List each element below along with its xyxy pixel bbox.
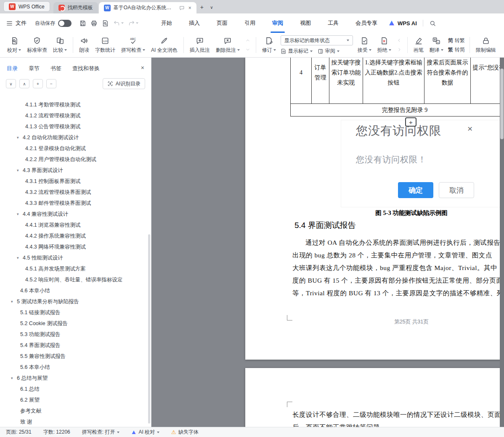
outline-item[interactable]: ▾ 4.5.2 响应时间、吞吐量、错误率指标设定: [0, 274, 147, 285]
collapse-triangle-icon[interactable]: ▾: [11, 299, 13, 304]
previous-comment-button[interactable]: [244, 37, 252, 44]
sidebar-tab[interactable]: 章节: [29, 65, 40, 72]
outline-item[interactable]: ▾ 4.4 兼容性测试设计: [0, 209, 147, 220]
previous-change-button[interactable]: [395, 37, 403, 44]
outline-item[interactable]: ▾ 4.1.1 考勤管理模块测试: [0, 99, 147, 110]
sidebar-scrollbar-thumb[interactable]: [148, 234, 150, 424]
outline-item[interactable]: ▾ 4.2 自动化功能测试设计: [0, 132, 147, 143]
document-tab[interactable]: W 基于OA自动化办公系统的系... ×: [99, 2, 196, 13]
ribbon-tab[interactable]: 工具: [319, 13, 347, 33]
outline-item[interactable]: ▾ 4.1.2 流程管理模块测试: [0, 110, 147, 121]
ribbon-tab[interactable]: 插入: [180, 13, 208, 33]
ribbon-tab[interactable]: 页面: [208, 13, 236, 33]
outline-item[interactable]: ▾ 5.6 本章小结: [0, 362, 147, 373]
translate-button[interactable]: A 翻译: [427, 34, 446, 56]
outline-item[interactable]: ▾ 4.1.3 公告管理模块测试: [0, 121, 147, 132]
ribbon-tab[interactable]: 开始: [153, 13, 180, 33]
outline-item[interactable]: ▾ 5.2 Cookie 测试报告: [0, 318, 147, 329]
new-tab-button[interactable]: +: [196, 2, 207, 13]
ink-button[interactable]: 画笔: [411, 34, 427, 56]
close-sidebar-icon[interactable]: ×: [141, 64, 144, 71]
sidebar-tab[interactable]: 查找和替换: [72, 65, 100, 72]
missing-font-warning[interactable]: ⚠ 缺失字体: [171, 429, 199, 436]
undo-button[interactable]: [113, 20, 124, 27]
outline-item[interactable]: ▾ 6.2 展望: [0, 395, 147, 405]
outline-item[interactable]: ▾ 5.3 功能测试报告: [0, 329, 147, 340]
outline-item[interactable]: ▾ 4.3.3 邮件管理模块界面测试: [0, 198, 147, 209]
wps-office-home-tab[interactable]: W WPS Office: [3, 1, 50, 12]
outline-item[interactable]: ▾ 5.4 界面测试报告: [0, 340, 147, 351]
ai-recognize-outline-button[interactable]: AI识别目录: [103, 78, 145, 89]
outline-item[interactable]: ▾ 5 测试结果分析与缺陷报告: [0, 296, 147, 307]
outline-item[interactable]: ▾ 4.5 性能测试设计: [0, 252, 147, 263]
wps-ai-button[interactable]: WPS AI: [388, 20, 417, 26]
autosave-toggle[interactable]: [58, 20, 72, 27]
sidebar-tab[interactable]: 书签: [50, 65, 61, 72]
search-button[interactable]: [429, 20, 436, 27]
reject-button[interactable]: 拒绝: [374, 34, 394, 56]
next-comment-button[interactable]: [244, 47, 252, 53]
outline-item[interactable]: ▾ 致 谢: [0, 416, 147, 427]
to-traditional-button[interactable]: 简 转繁: [448, 37, 465, 44]
review-pane-button[interactable]: 审阅: [318, 48, 340, 55]
decrease-level-button[interactable]: −: [46, 79, 56, 88]
close-tab-icon[interactable]: ×: [188, 5, 191, 11]
redo-button[interactable]: [128, 20, 138, 27]
spell-check-status[interactable]: 拼写检查: 打开: [82, 429, 120, 436]
outline-item[interactable]: ▾ 参考文献: [0, 405, 147, 416]
next-change-button[interactable]: [395, 47, 403, 53]
document-page-25[interactable]: 4 订单管理 按关键字搜索订单功能未实现 1.选择关键字搜索框输入正确数据2.点…: [245, 58, 504, 360]
outline-item[interactable]: ▾ 4.3.2 流程管理模块界面测试: [0, 187, 147, 198]
spell-check-button[interactable]: ABC 拼写检查: [118, 34, 148, 56]
ribbon-tab[interactable]: 会员专享: [347, 13, 386, 33]
redo-dropdown-icon[interactable]: [136, 22, 138, 24]
outline-item[interactable]: ▾ 6 总结与展望: [0, 373, 147, 384]
outline-item[interactable]: ▾ 6.1 总结: [0, 384, 147, 395]
scrollbar-thumb[interactable]: [500, 69, 504, 139]
docer-template-tab[interactable]: 找稻壳模板: [53, 2, 98, 13]
restrict-edit-button[interactable]: 限制编辑: [473, 34, 499, 56]
tab-list-dropdown-icon[interactable]: ∨: [207, 2, 216, 13]
outline-item[interactable]: ▾ 4.6 本章小结: [0, 285, 147, 296]
delete-comment-button[interactable]: 删除批注: [213, 34, 243, 56]
word-count-indicator[interactable]: 字数: 12206: [43, 429, 70, 436]
ribbon-tab[interactable]: 引用: [236, 13, 264, 33]
document-page-26[interactable]: 长度设计不够合理、二级功能模块唯一的情况下还设计二级模块、页面后，页面不能正常跳…: [245, 368, 504, 427]
outline-item[interactable]: ▾ 4.2.1 登录模块自动化测试: [0, 143, 147, 154]
ai-polish-button[interactable]: AI 全文润色: [148, 34, 180, 56]
read-aloud-button[interactable]: 朗读: [76, 34, 92, 56]
to-simplified-button[interactable]: 繁 转简: [448, 46, 465, 53]
markup-state-select[interactable]: 显示标记的最终状态: [281, 35, 353, 45]
word-count-button[interactable]: 123 字数统计: [92, 34, 118, 56]
document-canvas[interactable]: 4 订单管理 按关键字搜索订单功能未实现 1.选择关键字搜索框输入正确数据2.点…: [151, 58, 504, 427]
collapse-triangle-icon[interactable]: ▾: [17, 256, 19, 260]
collapse-all-button[interactable]: ∨: [6, 79, 16, 88]
expand-all-button[interactable]: ∧: [19, 79, 29, 88]
outline-item[interactable]: ▾ 4.3 界面测试设计: [0, 165, 147, 176]
outline-item[interactable]: ▾ 4.3.1 控制面板界面测试: [0, 176, 147, 187]
autosave-control[interactable]: 自动保存: [35, 20, 72, 27]
undo-dropdown-icon[interactable]: [121, 22, 124, 24]
save-button[interactable]: [79, 20, 86, 27]
outline-item[interactable]: ▾ 4.4.2 操作系统兼容性测试: [0, 230, 147, 241]
print-preview-button[interactable]: [102, 20, 109, 27]
accept-button[interactable]: 接受: [355, 34, 374, 56]
vertical-scrollbar[interactable]: [500, 58, 504, 427]
ribbon-tab[interactable]: 审阅: [264, 13, 292, 33]
compare-button[interactable]: 比较: [50, 34, 70, 56]
outline-item[interactable]: ▾ 4.4.3 网络环境兼容性测试: [0, 241, 147, 252]
page-indicator[interactable]: 页面: 25/31: [6, 429, 32, 436]
ai-proofread-status[interactable]: AI 校对: [131, 429, 159, 436]
ribbon-tab[interactable]: 视图: [292, 13, 319, 33]
print-button[interactable]: [90, 20, 98, 27]
collapse-triangle-icon[interactable]: ▾: [17, 212, 19, 216]
sidebar-tab[interactable]: 目录: [7, 65, 18, 72]
collapse-triangle-icon[interactable]: ▾: [17, 168, 19, 172]
collapse-triangle-icon[interactable]: ▾: [17, 135, 19, 140]
outline-item[interactable]: ▾ 5.1 链接测试报告: [0, 307, 147, 318]
increase-level-button[interactable]: +: [33, 79, 43, 88]
outline-item[interactable]: ▾ 5.5 兼容性测试报告: [0, 351, 147, 362]
standard-review-button[interactable]: 标准审查: [24, 34, 50, 56]
collapse-triangle-icon[interactable]: ▾: [11, 376, 13, 380]
file-menu-button[interactable]: 文件: [6, 19, 27, 27]
